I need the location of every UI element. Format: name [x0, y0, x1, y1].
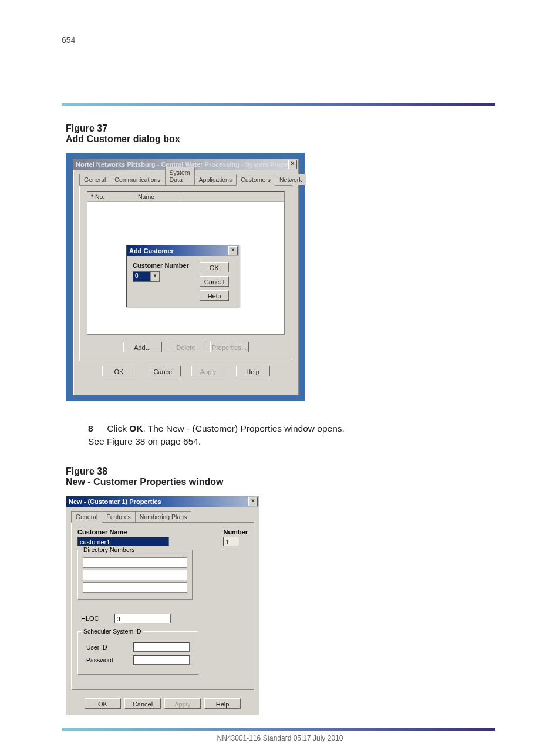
tab-cp-features[interactable]: Features [102, 511, 135, 522]
number-label: Number [223, 529, 248, 536]
customer-number-combo[interactable]: 0 ▼ [133, 271, 160, 282]
list-header-row: * No. Name [87, 192, 284, 202]
dialog-bottom-row: OK Cancel Apply Help [79, 366, 292, 376]
dn-input-1[interactable] [83, 557, 187, 568]
footer-gradient-bar [62, 728, 495, 731]
tab-network[interactable]: Network [275, 174, 307, 185]
number-field: Number 1 [223, 529, 248, 546]
customers-listbox: * No. Name Add Customer × Customer Numbe… [87, 191, 285, 335]
tab-cp-numbering-plans[interactable]: Numbering Plans [135, 511, 192, 522]
customer-number-value: 0 [133, 272, 150, 281]
help-button[interactable]: Help [236, 366, 270, 376]
customer-properties-title: New - (Customer 1) Properties [69, 498, 161, 505]
number-input: 1 [223, 537, 239, 546]
col-spacer [181, 192, 284, 201]
figure-37-label: Figure 37 Add Customer dialog box [66, 123, 560, 144]
tab-system-data[interactable]: System Data [165, 167, 195, 185]
ok-button[interactable]: OK [85, 698, 121, 709]
add-customer-dialog: Add Customer × Customer Number 0 ▼ OK [126, 245, 239, 307]
tab-applications[interactable]: Applications [194, 174, 237, 185]
step-8: 8 Click OK. The New - (Customer) Propert… [88, 422, 470, 449]
cancel-button[interactable]: Cancel [124, 698, 161, 709]
dn-input-2[interactable] [83, 570, 187, 580]
page-header-line: 654 Adding a system to the OTM Common Se… [62, 35, 495, 45]
properties-button[interactable]: Properties... [210, 342, 249, 352]
screenshot-2-frame: New - (Customer 1) Properties × General … [66, 496, 560, 715]
help-button[interactable]: Help [200, 290, 229, 301]
tab-cp-general[interactable]: General [71, 511, 102, 523]
cp-general-content: Customer Name customer1 Number 1 Directo… [71, 523, 254, 690]
apply-button[interactable]: Apply [191, 366, 225, 376]
customer-number-label: Customer Number [133, 262, 189, 269]
hloc-input[interactable]: 0 [114, 614, 171, 623]
step-8-num: 8 [88, 422, 104, 435]
password-label: Password [86, 657, 123, 664]
system-properties-dialog: Nortel Networks Pittsburg - Central Wate… [73, 159, 299, 395]
customer-properties-titlebar: New - (Customer 1) Properties × [66, 496, 259, 507]
delete-button[interactable]: Delete [167, 342, 205, 352]
list-action-row: Add... Delete Properties... [87, 342, 285, 352]
dn-input-3[interactable] [83, 582, 187, 593]
hloc-label: HLOC [81, 615, 99, 622]
screenshot-1-frame: Nortel Networks Pittsburg - Central Wate… [66, 153, 305, 401]
hloc-row: HLOC 0 [81, 614, 248, 623]
step-8-text: Click OK. The New - (Customer) Propertie… [88, 423, 345, 446]
cp-tabs-row: General Features Numbering Plans [71, 510, 254, 523]
tab-communications[interactable]: Communications [110, 174, 165, 185]
page: { "header": { "page": "654", "section": … [0, 35, 560, 747]
add-customer-body: Customer Number 0 ▼ OK Cancel Help [127, 256, 239, 307]
user-id-row: User ID [86, 642, 193, 652]
customer-name-row: Customer Name customer1 Number 1 [77, 529, 248, 546]
col-no[interactable]: * No. [87, 192, 134, 201]
customer-properties-dialog: New - (Customer 1) Properties × General … [66, 496, 259, 715]
close-icon[interactable]: × [288, 160, 297, 169]
close-icon[interactable]: × [228, 246, 238, 255]
cancel-button[interactable]: Cancel [147, 366, 181, 376]
add-customer-titlebar: Add Customer × [127, 245, 239, 256]
password-row: Password [86, 655, 193, 665]
col-name[interactable]: Name [134, 192, 181, 201]
tab-general[interactable]: General [79, 174, 110, 185]
close-icon[interactable]: × [248, 497, 258, 506]
customer-number-field: Customer Number 0 ▼ [133, 262, 189, 301]
customer-name-input[interactable]: customer1 [77, 537, 169, 546]
cancel-button[interactable]: Cancel [200, 276, 229, 287]
tab-customers[interactable]: Customers [236, 174, 275, 186]
customer-name-label: Customer Name [77, 529, 215, 536]
user-id-label: User ID [86, 644, 123, 651]
ok-button[interactable]: OK [200, 262, 229, 272]
password-input[interactable] [133, 655, 190, 665]
help-button[interactable]: Help [204, 698, 241, 709]
user-id-input[interactable] [133, 642, 190, 652]
customer-name-field: Customer Name customer1 [77, 529, 215, 546]
directory-numbers-legend: Directory Numbers [82, 546, 137, 553]
customers-tab-content: * No. Name Add Customer × Customer Numbe… [79, 186, 292, 361]
scheduler-group: Scheduler System ID User ID Password [77, 631, 198, 675]
page-number: 654 [62, 35, 75, 45]
cp-bottom-row: OK Cancel Apply Help [66, 695, 259, 715]
apply-button[interactable]: Apply [164, 698, 201, 709]
scheduler-legend: Scheduler System ID [82, 628, 143, 635]
chevron-down-icon[interactable]: ▼ [150, 272, 159, 281]
tabs-row: General Communications System Data Appli… [79, 173, 292, 186]
add-customer-button-col: OK Cancel Help [200, 262, 229, 301]
footer-doc: NN43001-116 Standard 05.17 July 2010 [0, 734, 560, 742]
add-button[interactable]: Add... [123, 342, 162, 352]
directory-numbers-group: Directory Numbers [77, 550, 193, 600]
figure-38-label: Figure 38 New - Customer Properties wind… [66, 466, 560, 487]
ok-button[interactable]: OK [102, 366, 136, 376]
add-customer-title: Add Customer [129, 247, 174, 254]
header-gradient-bar [62, 103, 495, 106]
